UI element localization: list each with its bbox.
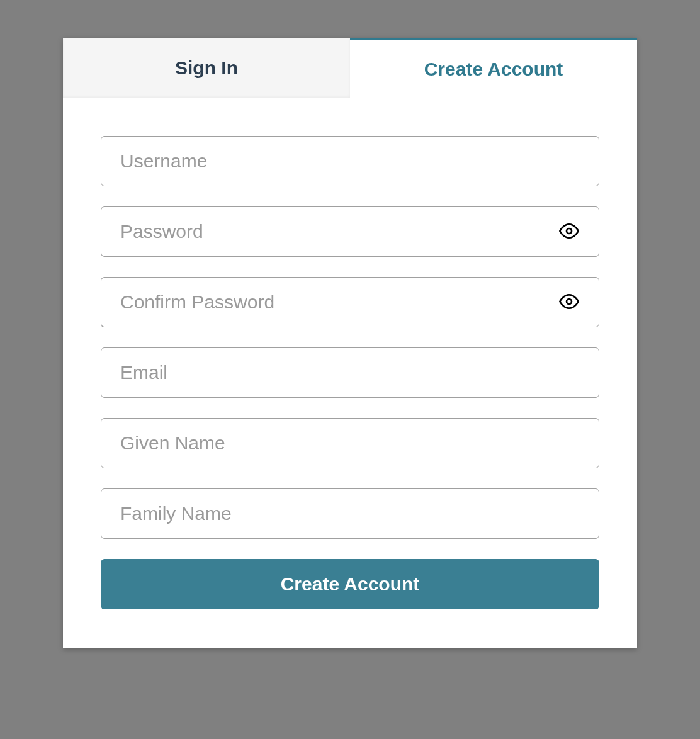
username-field-wrapper	[101, 136, 599, 186]
confirm-password-field-wrapper	[101, 277, 599, 327]
email-input[interactable]	[101, 347, 599, 398]
family-name-field-wrapper	[101, 488, 599, 539]
password-input[interactable]	[101, 206, 539, 257]
family-name-input[interactable]	[101, 488, 599, 539]
eye-icon	[559, 221, 579, 243]
create-account-form: Create Account	[63, 98, 637, 648]
svg-point-1	[567, 299, 572, 304]
given-name-input[interactable]	[101, 418, 599, 468]
auth-card: Sign In Create Account	[63, 38, 637, 648]
tab-sign-in[interactable]: Sign In	[63, 38, 350, 98]
tab-bar: Sign In Create Account	[63, 38, 637, 98]
given-name-field-wrapper	[101, 418, 599, 468]
username-input[interactable]	[101, 136, 599, 186]
eye-icon	[559, 291, 579, 313]
email-field-wrapper	[101, 347, 599, 398]
confirm-password-input[interactable]	[101, 277, 539, 327]
svg-point-0	[567, 228, 572, 234]
toggle-password-visibility-button[interactable]	[539, 206, 599, 257]
tab-create-account[interactable]: Create Account	[350, 38, 637, 98]
create-account-submit-button[interactable]: Create Account	[101, 559, 599, 609]
password-field-wrapper	[101, 206, 599, 257]
toggle-confirm-password-visibility-button[interactable]	[539, 277, 599, 327]
